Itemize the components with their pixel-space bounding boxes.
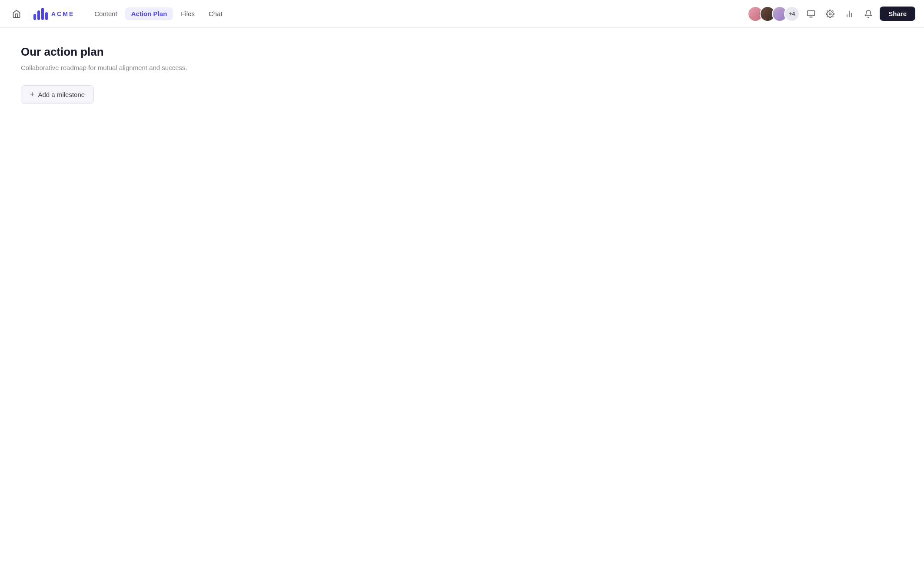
logo-bar-1	[33, 14, 36, 20]
add-milestone-button[interactable]: + Add a milestone	[21, 85, 94, 104]
logo-text: ACME	[51, 10, 74, 17]
navbar: ACME Content Action Plan Files Chat +4	[0, 0, 924, 28]
analytics-icon-button[interactable]	[841, 6, 857, 22]
nav-link-files[interactable]: Files	[175, 7, 201, 20]
svg-rect-0	[808, 10, 815, 16]
nav-link-action-plan[interactable]: Action Plan	[125, 7, 173, 20]
nav-logo: ACME	[33, 8, 74, 20]
plus-icon: +	[30, 90, 35, 99]
avatar-count: +4	[784, 6, 800, 22]
page-title: Our action plan	[21, 45, 903, 59]
page-subtitle: Collaborative roadmap for mutual alignme…	[21, 64, 903, 71]
logo-bar-2	[37, 10, 40, 20]
avatar-group: +4	[748, 6, 800, 22]
logo-bar-4	[45, 12, 48, 20]
nav-right: +4	[748, 6, 915, 22]
share-label: Share	[888, 10, 907, 17]
add-milestone-label: Add a milestone	[38, 91, 85, 98]
nav-links: Content Action Plan Files Chat	[88, 7, 748, 20]
svg-point-3	[829, 13, 831, 15]
presentation-icon-button[interactable]	[803, 6, 819, 22]
nav-divider	[29, 8, 29, 20]
logo-icon	[33, 8, 48, 20]
home-button[interactable]	[9, 6, 24, 22]
nav-link-content[interactable]: Content	[88, 7, 123, 20]
notifications-icon-button[interactable]	[861, 6, 876, 22]
settings-icon-button[interactable]	[822, 6, 838, 22]
nav-link-chat[interactable]: Chat	[203, 7, 229, 20]
logo-bar-3	[41, 8, 44, 20]
main-content: Our action plan Collaborative roadmap fo…	[0, 28, 924, 121]
share-button[interactable]: Share	[880, 7, 915, 21]
